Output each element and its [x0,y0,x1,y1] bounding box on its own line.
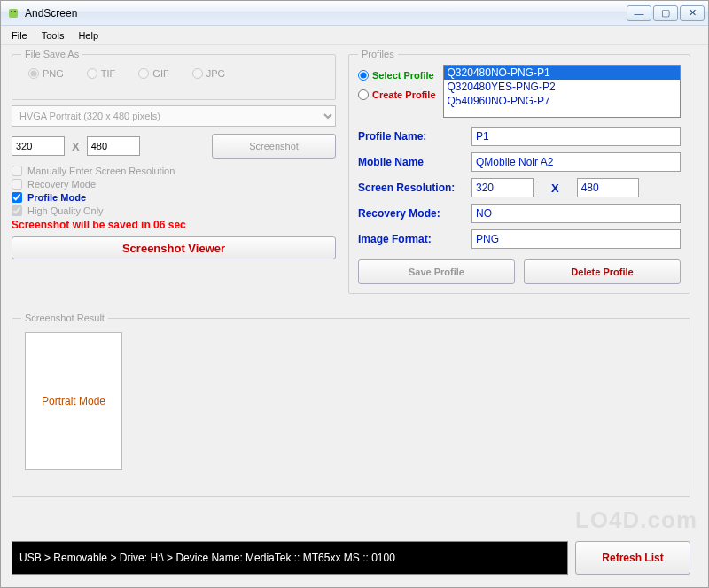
x-separator: X [72,140,80,153]
mobile-name-label: Mobile Name [358,156,471,168]
refresh-list-button[interactable]: Refresh List [575,541,690,575]
recovery-input[interactable] [471,204,681,223]
format-tif-radio[interactable]: TIF [87,68,116,79]
res-width-input[interactable] [471,178,534,197]
window-title: AndScreen [25,7,627,19]
screen-res-label: Screen Resolution: [358,182,471,194]
file-save-as-group: File Save As PNG TIF GIF JPG [12,49,336,100]
format-input[interactable] [471,229,681,249]
titlebar[interactable]: AndScreen — ▢ ✕ [1,1,708,26]
save-profile-button[interactable]: Save Profile [358,259,515,284]
menu-help[interactable]: Help [71,28,105,43]
recovery-label: Recovery Mode: [358,207,471,220]
countdown-text: Screenshot will be saved in 06 sec [12,219,336,231]
format-gif-radio[interactable]: GIF [138,68,168,79]
result-thumb-label: Portrait Mode [42,395,105,407]
profiles-legend: Profiles [358,49,398,59]
format-label: Image Format: [358,233,471,245]
result-thumbnail[interactable]: Portrait Mode [25,332,122,470]
screenshot-result-group: Screenshot Result Portrait Mode [12,313,690,497]
format-png-radio[interactable]: PNG [28,68,64,79]
profile-name-label: Profile Name: [358,130,471,143]
file-save-as-legend: File Save As [21,49,82,59]
recovery-mode-check[interactable]: Recovery Mode [12,179,336,190]
close-button[interactable]: ✕ [680,5,705,21]
svg-point-1 [11,11,12,12]
status-bar: USB > Removable > Drive: H:\ > Device Na… [12,541,568,575]
minimize-button[interactable]: — [627,5,651,21]
format-jpg-radio[interactable]: JPG [192,68,225,79]
profile-mode-check[interactable]: Profile Mode [12,192,336,203]
res-x-separator: X [537,182,573,195]
profile-list-item[interactable]: Q320480NO-PNG-P1 [444,66,680,80]
height-input[interactable] [87,136,140,156]
menubar: File Tools Help [1,26,708,45]
watermark: LO4D.com [575,507,697,534]
svg-rect-0 [9,9,18,18]
mobile-name-input[interactable] [471,152,681,172]
screenshot-viewer-button[interactable]: Screenshot Viewer [12,236,336,259]
screenshot-result-legend: Screenshot Result [21,313,108,323]
screenshot-button[interactable]: Screenshot [212,134,336,159]
menu-tools[interactable]: Tools [35,28,72,43]
app-icon [6,6,20,20]
menu-file[interactable]: File [4,28,35,43]
delete-profile-button[interactable]: Delete Profile [524,259,681,284]
hq-only-check[interactable]: High Quality Only [12,205,336,216]
profile-list[interactable]: Q320480NO-PNG-P1 Q320480YES-PNG-P2 Q5409… [443,65,681,118]
res-height-input[interactable] [577,178,639,197]
profiles-group: Profiles Select Profile Create Profile Q… [348,49,690,294]
profile-list-item[interactable]: Q540960NO-PNG-P7 [444,94,680,108]
resolution-combo[interactable]: HVGA Portrait (320 x 480 pixels) [12,105,336,127]
maximize-button[interactable]: ▢ [653,5,678,21]
profile-list-item[interactable]: Q320480YES-PNG-P2 [444,80,680,94]
manual-res-check[interactable]: Manually Enter Screen Resolution [12,166,336,176]
select-profile-radio[interactable]: Select Profile [358,70,436,81]
app-window: AndScreen — ▢ ✕ File Tools Help File Sav… [0,0,709,588]
width-input[interactable] [12,136,65,156]
profile-name-input[interactable] [471,127,681,146]
svg-point-2 [14,11,16,12]
create-profile-radio[interactable]: Create Profile [358,89,436,100]
